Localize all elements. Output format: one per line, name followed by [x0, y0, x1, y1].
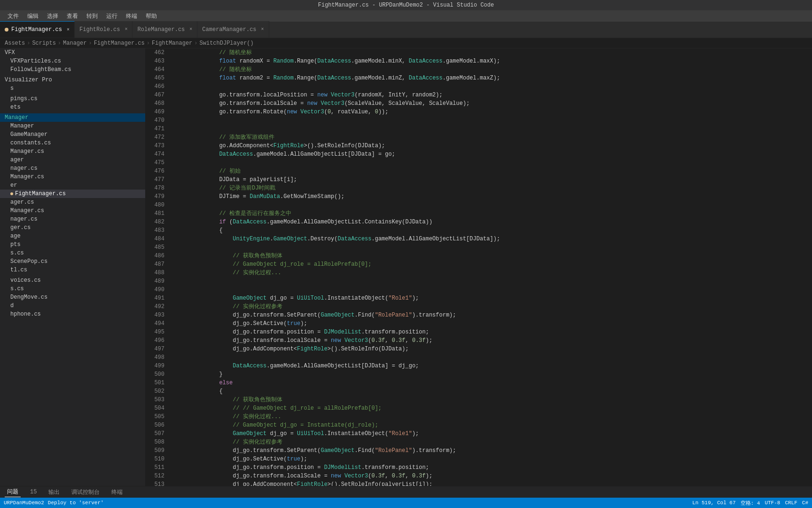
sidebar-item-0[interactable]: VFX — [0, 48, 145, 57]
sidebar-item-31[interactable]: s.cs — [0, 285, 145, 293]
code-line-504: 504 // // GameObject dj_role = allRolePr… — [150, 404, 500, 413]
code-area: 462 // 随机坐标463 float randomX = Random.Ra… — [146, 48, 812, 486]
sidebar-item-5[interactable]: s — [0, 84, 145, 93]
menu-item-文件[interactable]: 文件 — [4, 11, 23, 21]
code-text-468: go.transform.localScale = new Vector3(Sc… — [177, 99, 500, 108]
breadcrumb-part-2: Manager — [63, 40, 86, 47]
sidebar-item-25[interactable]: pts — [0, 240, 145, 249]
sidebar-item-7[interactable]: pings.cs — [0, 95, 145, 103]
panel-tab-3[interactable]: 调试控制台 — [69, 487, 102, 497]
menu-item-运行[interactable]: 运行 — [102, 11, 121, 21]
sidebar-item-21[interactable]: Manager.cs — [0, 206, 145, 215]
menu-item-帮助[interactable]: 帮助 — [142, 11, 161, 21]
sidebar-item-2[interactable]: FollowLightBeam.cs — [0, 65, 145, 74]
code-line-495: 495 dj_go.transform.position = DJModelLi… — [150, 328, 500, 336]
menu-item-编辑[interactable]: 编辑 — [23, 11, 42, 21]
tab-role[interactable]: FightRole.cs× — [75, 21, 133, 38]
sidebar-item-17[interactable]: Manager.cs — [0, 173, 145, 181]
sidebar-item-28[interactable]: tl.cs — [0, 266, 145, 274]
line-glyph-492 — [169, 302, 177, 311]
code-text-493: dj_go.transform.SetParent(GameObject.Fin… — [177, 311, 500, 319]
sidebar-item-30[interactable]: voices.cs — [0, 276, 145, 285]
sidebar[interactable]: VFXVFXParticles.csFollowLightBeam.csVisu… — [0, 48, 146, 486]
sidebar-item-8[interactable]: ets — [0, 103, 145, 111]
sidebar-item-label-28: tl.cs — [10, 267, 27, 273]
tab-camera[interactable]: CameraManager.cs× — [197, 21, 269, 38]
panel-tab-4[interactable]: 终端 — [109, 487, 125, 497]
line-glyph-464 — [169, 65, 177, 74]
sidebar-item-16[interactable]: nager.cs — [0, 164, 145, 173]
sidebar-item-22[interactable]: nager.cs — [0, 215, 145, 223]
sidebar-item-13[interactable]: constants.cs — [0, 139, 145, 147]
code-line-469: 469 go.transform.Rotate(new Vector3(0, r… — [150, 108, 500, 116]
line-number-512: 512 — [150, 472, 169, 480]
line-glyph-500 — [169, 370, 177, 379]
sidebar-item-4[interactable]: Visualizer Pro — [0, 76, 145, 84]
line-glyph-471 — [169, 125, 177, 133]
code-line-510: 510 dj_go.SetActive(true); — [150, 455, 500, 463]
line-number-498: 498 — [150, 353, 169, 362]
code-line-488: 488 // 实例化过程... — [150, 269, 500, 277]
code-line-499: 499 DataAccess.gameModel.AllGameObjectLi… — [150, 362, 500, 370]
sidebar-item-18[interactable]: er — [0, 181, 145, 190]
menu-item-转到[interactable]: 转到 — [83, 11, 102, 21]
line-number-504: 504 — [150, 404, 169, 413]
line-number-473: 473 — [150, 142, 169, 150]
sidebar-item-20[interactable]: ager.cs — [0, 198, 145, 206]
tab-close-rolemgr[interactable]: × — [189, 27, 192, 32]
line-glyph-474 — [169, 150, 177, 159]
code-text-498 — [177, 353, 500, 362]
status-project: URPDanMuDemo2 — [4, 500, 44, 506]
sidebar-item-27[interactable]: ScenePop.cs — [0, 257, 145, 266]
sidebar-item-label-31: s.cs — [10, 286, 24, 292]
code-line-473: 473 go.AddComponent<FightRole>().SetRole… — [150, 142, 500, 150]
panel-tab-1[interactable]: 15 — [28, 488, 39, 496]
sidebar-item-12[interactable]: GameManager — [0, 130, 145, 139]
sidebar-item-26[interactable]: s.cs — [0, 249, 145, 257]
editor: 462 // 随机坐标463 float randomX = Random.Ra… — [146, 48, 812, 486]
code-text-480 — [177, 201, 500, 209]
menu-item-选择[interactable]: 选择 — [43, 11, 62, 21]
sidebar-item-1[interactable]: VFXParticles.cs — [0, 57, 145, 65]
sidebar-item-23[interactable]: ger.cs — [0, 223, 145, 232]
menu-item-终端[interactable]: 终端 — [122, 11, 141, 21]
line-glyph-466 — [169, 82, 177, 91]
code-text-464: // 随机坐标 — [177, 65, 500, 74]
breadcrumb-part-3: FightManager.cs — [94, 40, 145, 47]
tab-fight[interactable]: FightManager.cs× — [0, 21, 75, 38]
tab-close-fight[interactable]: × — [67, 27, 70, 32]
line-glyph-495 — [169, 328, 177, 336]
breadcrumb: Assets › Scripts › Manager › FightManage… — [0, 38, 812, 48]
code-text-490 — [177, 286, 500, 294]
breadcrumb-sep-2: › — [88, 40, 92, 47]
code-content[interactable]: 462 // 随机坐标463 float randomX = Random.Ra… — [146, 48, 812, 486]
panel-tab-0[interactable]: 问题 — [5, 487, 21, 497]
line-number-508: 508 — [150, 438, 169, 446]
code-line-486: 486 // 获取角色预制体 — [150, 252, 500, 260]
code-line-484: 484 UnityEngine.GameObject.Destroy(DataA… — [150, 235, 500, 243]
sidebar-item-10[interactable]: Manager — [0, 113, 145, 122]
sidebar-item-19[interactable]: FightManager.cs — [0, 190, 145, 198]
sidebar-item-34[interactable]: hphone.cs — [0, 310, 145, 318]
tab-close-camera[interactable]: × — [261, 27, 264, 32]
code-line-462: 462 // 随机坐标 — [150, 48, 500, 57]
panel-tab-2[interactable]: 输出 — [46, 487, 62, 497]
tab-close-role[interactable]: × — [125, 27, 127, 32]
sidebar-item-label-5: s — [10, 85, 14, 92]
code-line-489: 489 — [150, 277, 500, 286]
sidebar-item-14[interactable]: Manager.cs — [0, 147, 145, 156]
code-text-466 — [177, 82, 500, 91]
line-glyph-512 — [169, 472, 177, 480]
sidebar-item-24[interactable]: age — [0, 232, 145, 240]
sidebar-item-label-33: d — [10, 302, 14, 309]
line-glyph-505 — [169, 413, 177, 421]
menu-item-查看[interactable]: 查看 — [63, 11, 82, 21]
sidebar-item-11[interactable]: Manager — [0, 122, 145, 130]
code-line-490: 490 — [150, 286, 500, 294]
sidebar-item-15[interactable]: ager — [0, 156, 145, 164]
sidebar-item-32[interactable]: DengMove.cs — [0, 293, 145, 302]
tab-rolemgr[interactable]: RoleManager.cs× — [133, 21, 197, 38]
code-line-503: 503 // 获取角色预制体 — [150, 396, 500, 404]
sidebar-item-33[interactable]: d — [0, 302, 145, 310]
status-spaces: 空格: 4 — [741, 500, 760, 507]
